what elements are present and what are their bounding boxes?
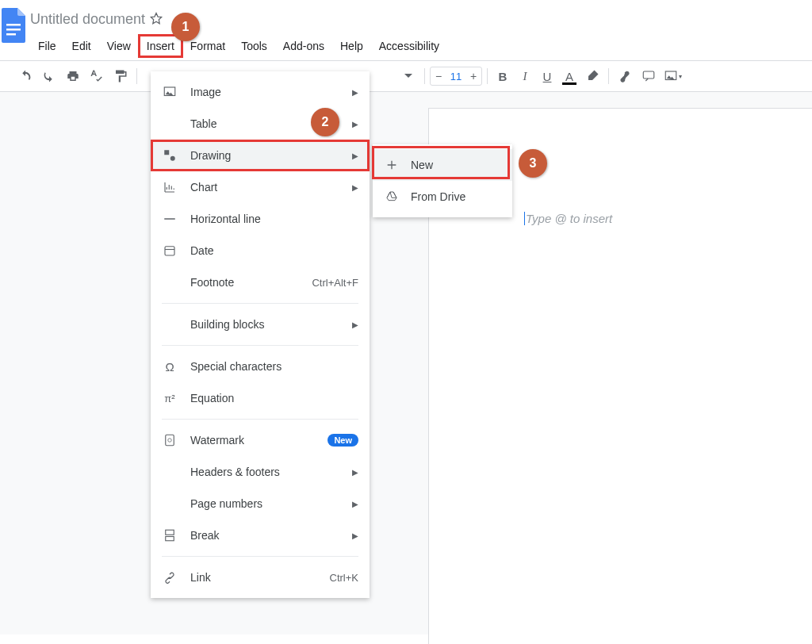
- spellcheck-button[interactable]: [86, 65, 108, 87]
- chevron-right-icon: ▶: [352, 120, 358, 128]
- svg-rect-3: [643, 71, 654, 79]
- drawing-submenu: New From Drive: [373, 144, 512, 217]
- insert-link-item[interactable]: Link Ctrl+K: [151, 562, 370, 593]
- svg-rect-9: [165, 247, 174, 255]
- redo-button[interactable]: [38, 65, 60, 87]
- insert-image-button[interactable]: ▾: [661, 65, 684, 87]
- svg-rect-1: [6, 29, 21, 31]
- star-icon[interactable]: [148, 11, 164, 27]
- drive-icon: [384, 189, 400, 205]
- date-icon: [162, 243, 178, 259]
- menu-bar: File Edit View Insert Format Tools Add-o…: [29, 32, 812, 60]
- insert-equation-item[interactable]: π² Equation: [151, 382, 370, 414]
- drawing-from-drive-item[interactable]: From Drive: [373, 181, 512, 213]
- print-button[interactable]: [62, 65, 84, 87]
- undo-button[interactable]: [14, 65, 36, 87]
- insert-watermark-item[interactable]: Watermark New: [151, 424, 370, 456]
- font-size-decrease[interactable]: −: [431, 70, 446, 82]
- break-icon: [162, 527, 178, 543]
- chevron-right-icon: ▶: [352, 320, 358, 329]
- insert-link-button[interactable]: [614, 65, 636, 87]
- document-title[interactable]: Untitled document: [30, 11, 145, 28]
- svg-rect-13: [166, 530, 174, 535]
- menu-file[interactable]: File: [30, 35, 64, 57]
- svg-rect-2: [6, 33, 16, 36]
- insert-hline-item[interactable]: Horizontal line: [151, 203, 370, 235]
- font-size-value[interactable]: 11: [446, 71, 465, 82]
- chart-icon: [162, 179, 178, 195]
- menu-view[interactable]: View: [99, 35, 139, 57]
- insert-date-item[interactable]: Date: [151, 235, 370, 266]
- svg-point-7: [170, 156, 175, 161]
- chevron-right-icon: ▶: [352, 531, 358, 540]
- menu-accessibility[interactable]: Accessibility: [371, 35, 447, 57]
- hline-icon: [162, 211, 178, 227]
- insert-image-item[interactable]: Image ▶: [151, 76, 370, 108]
- plus-icon: [384, 157, 400, 173]
- watermark-icon: [162, 432, 178, 448]
- insert-building-blocks-item[interactable]: Building blocks ▶: [151, 309, 370, 340]
- insert-break-item[interactable]: Break ▶: [151, 519, 370, 551]
- chevron-right-icon: ▶: [352, 151, 358, 160]
- svg-point-12: [168, 439, 172, 443]
- step-badge-1: 1: [171, 13, 200, 41]
- pi-icon: π²: [162, 390, 178, 406]
- link-icon: [162, 569, 178, 585]
- svg-rect-11: [166, 435, 174, 446]
- insert-dropdown: Image ▶ Table ▶ Drawing ▶ Chart ▶ Horizo…: [151, 71, 370, 598]
- chevron-right-icon: ▶: [352, 500, 358, 508]
- chevron-right-icon: ▶: [352, 468, 358, 477]
- font-size-control[interactable]: − 11 +: [430, 67, 482, 86]
- drawing-icon: [162, 148, 178, 163]
- svg-rect-6: [164, 150, 169, 155]
- docs-logo-icon: [0, 6, 29, 44]
- svg-rect-14: [166, 537, 174, 541]
- insert-chart-item[interactable]: Chart ▶: [151, 171, 370, 203]
- menu-tools[interactable]: Tools: [233, 35, 275, 57]
- menu-addons[interactable]: Add-ons: [275, 35, 332, 57]
- chevron-right-icon: ▶: [352, 88, 358, 97]
- paint-format-button[interactable]: [109, 65, 132, 87]
- styles-dropdown[interactable]: [397, 65, 419, 87]
- insert-page-numbers-item[interactable]: Page numbers ▶: [151, 488, 370, 519]
- insert-placeholder: Type @ to insert: [524, 212, 612, 225]
- insert-footnote-item[interactable]: Footnote Ctrl+Alt+F: [151, 266, 370, 298]
- step-badge-3: 3: [519, 149, 547, 178]
- step-badge-2: 2: [311, 108, 339, 136]
- drawing-new-item[interactable]: New: [373, 149, 512, 181]
- insert-comment-button[interactable]: [638, 65, 660, 87]
- menu-insert[interactable]: Insert: [139, 35, 182, 57]
- insert-special-chars-item[interactable]: Ω Special characters: [151, 351, 370, 382]
- toolbar: − 11 + B I U A ▾: [0, 60, 812, 92]
- text-color-button[interactable]: A: [559, 70, 580, 83]
- new-badge: New: [327, 434, 358, 447]
- image-icon: [162, 84, 178, 100]
- svg-rect-0: [6, 24, 21, 26]
- chevron-right-icon: ▶: [352, 183, 358, 192]
- font-size-increase[interactable]: +: [465, 70, 481, 82]
- insert-headers-footers-item[interactable]: Headers & footers ▶: [151, 456, 370, 488]
- italic-button[interactable]: I: [515, 70, 535, 83]
- omega-icon: Ω: [162, 358, 178, 374]
- menu-help[interactable]: Help: [332, 35, 371, 57]
- menu-edit[interactable]: Edit: [64, 35, 99, 57]
- bold-button[interactable]: B: [492, 70, 513, 83]
- highlight-button[interactable]: [581, 65, 603, 87]
- insert-drawing-item[interactable]: Drawing ▶: [151, 140, 370, 171]
- underline-button[interactable]: U: [537, 70, 557, 83]
